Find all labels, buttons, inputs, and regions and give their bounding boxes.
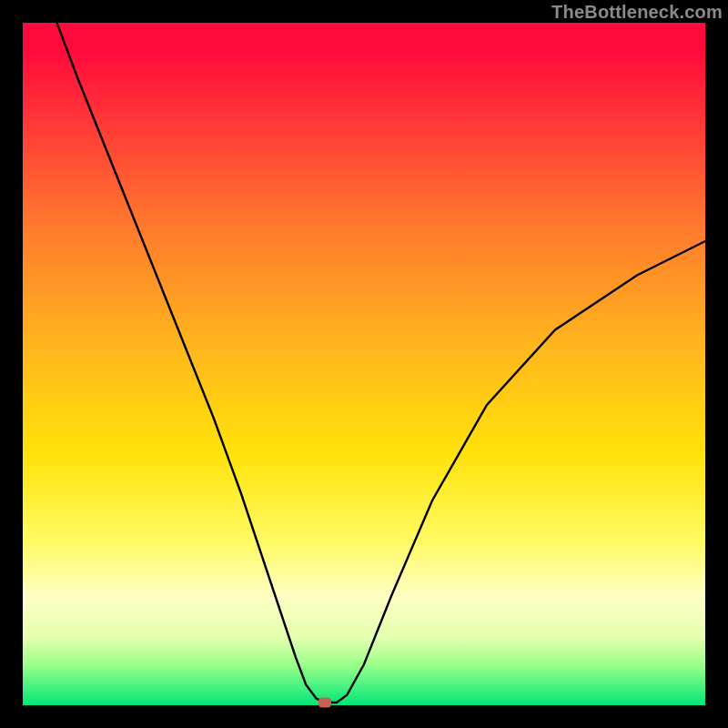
- bottleneck-curve: [57, 23, 706, 703]
- optimum-marker: [318, 698, 331, 708]
- curve-svg: [23, 23, 705, 705]
- plot-area: [23, 23, 705, 705]
- watermark-text: TheBottleneck.com: [551, 2, 723, 23]
- chart-frame: TheBottleneck.com: [0, 0, 728, 728]
